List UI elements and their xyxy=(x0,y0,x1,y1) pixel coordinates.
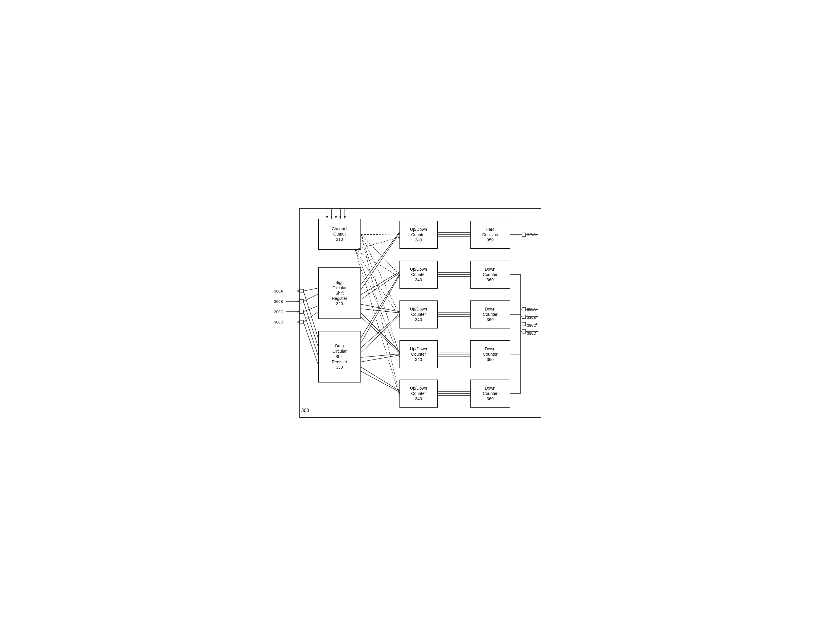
svg-line-25 xyxy=(303,311,318,322)
svg-line-28 xyxy=(303,311,318,356)
svg-marker-5 xyxy=(335,216,337,219)
svg-line-91 xyxy=(355,237,399,250)
svg-rect-67 xyxy=(522,233,526,236)
svg-marker-86 xyxy=(536,316,539,318)
svg-line-46 xyxy=(361,315,399,352)
svg-marker-17 xyxy=(298,321,300,323)
svg-marker-90 xyxy=(536,330,539,332)
svg-line-22 xyxy=(303,288,318,291)
svg-rect-76 xyxy=(522,315,526,318)
svg-marker-69 xyxy=(536,234,539,236)
svg-line-30 xyxy=(361,234,399,235)
svg-rect-20 xyxy=(300,310,303,313)
svg-line-48 xyxy=(361,355,399,362)
svg-marker-7 xyxy=(339,216,341,219)
svg-rect-75 xyxy=(522,308,526,311)
svg-rect-77 xyxy=(522,322,526,326)
svg-line-92 xyxy=(355,250,399,277)
svg-line-37 xyxy=(361,272,399,294)
svg-line-36 xyxy=(361,233,399,290)
svg-line-42 xyxy=(361,317,399,353)
svg-rect-78 xyxy=(522,330,526,333)
svg-line-43 xyxy=(361,274,399,338)
svg-rect-19 xyxy=(300,300,303,303)
svg-line-95 xyxy=(355,250,399,396)
svg-rect-21 xyxy=(300,320,303,324)
svg-marker-13 xyxy=(298,300,300,302)
svg-line-47 xyxy=(361,354,399,357)
svg-marker-11 xyxy=(298,290,300,292)
svg-marker-88 xyxy=(536,323,539,325)
svg-marker-15 xyxy=(298,311,300,313)
svg-line-27 xyxy=(303,301,318,347)
svg-rect-18 xyxy=(300,289,303,293)
svg-line-26 xyxy=(303,291,318,338)
svg-line-33 xyxy=(361,234,399,354)
svg-line-29 xyxy=(303,322,318,365)
svg-marker-9 xyxy=(344,216,346,219)
svg-line-31 xyxy=(361,234,399,275)
svg-marker-84 xyxy=(536,308,539,310)
svg-marker-1 xyxy=(326,216,328,219)
connections-svg xyxy=(272,202,568,424)
svg-marker-3 xyxy=(331,216,332,219)
svg-line-50 xyxy=(361,371,399,392)
diagram-container: 300 ChannelOutput 310 SignCircularShiftR… xyxy=(272,202,568,424)
